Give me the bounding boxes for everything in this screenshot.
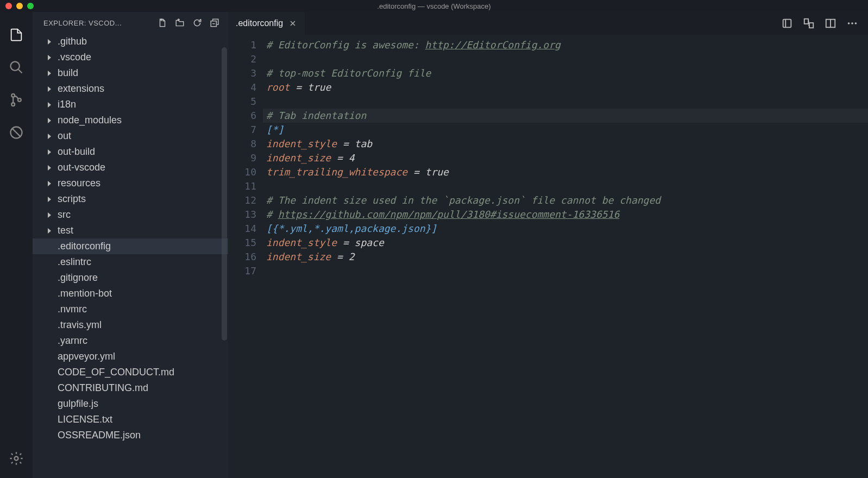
compare-icon[interactable] <box>803 17 815 29</box>
tree-item-label: src <box>58 209 71 221</box>
folder-item--vscode[interactable]: .vscode <box>33 49 228 65</box>
file-item-code-of-conduct-md[interactable]: CODE_OF_CONDUCT.md <box>33 364 228 380</box>
tree-item-label: .nvmrc <box>58 304 87 315</box>
folder-item-out[interactable]: out <box>33 128 228 144</box>
folder-item--github[interactable]: .github <box>33 34 228 49</box>
code-line[interactable]: [{*.yml,*.yaml,package.json}] <box>266 222 868 236</box>
code-line[interactable] <box>266 264 868 278</box>
svg-rect-7 <box>783 20 791 28</box>
code-line[interactable]: # EditorConfig is awesome: http://Editor… <box>266 38 868 52</box>
tree-item-label: .mention-bot <box>58 288 112 299</box>
scrollbar[interactable] <box>222 47 227 341</box>
code-line[interactable]: root = true <box>266 80 868 95</box>
code-editor[interactable]: 1234567891011121314151617 # EditorConfig… <box>228 35 868 478</box>
tree-item-label: .travis.yml <box>58 319 102 331</box>
code-line[interactable]: [*] <box>266 123 868 137</box>
line-number: 11 <box>228 179 256 193</box>
code-line[interactable]: indent_size = 4 <box>266 151 868 165</box>
tree-item-label: .editorconfig <box>58 241 111 252</box>
folder-item-src[interactable]: src <box>33 207 228 223</box>
svg-point-12 <box>851 22 853 24</box>
file-item-gulpfile-js[interactable]: gulpfile.js <box>33 396 228 412</box>
line-number: 5 <box>228 95 256 109</box>
file-item-contributing-md[interactable]: CONTRIBUTING.md <box>33 380 228 396</box>
sidebar-header: EXPLORER: VSCOD... <box>33 12 228 34</box>
activity-bar <box>0 12 33 478</box>
code-content[interactable]: # EditorConfig is awesome: http://Editor… <box>266 38 868 478</box>
new-folder-icon[interactable] <box>175 18 185 28</box>
window-controls <box>0 3 34 9</box>
tree-item-label: OSSREADME.json <box>58 430 141 441</box>
file-item-ossreadme-json[interactable]: OSSREADME.json <box>33 427 228 443</box>
code-line[interactable]: # https://github.com/npm/npm/pull/3180#i… <box>266 207 868 222</box>
file-item--travis-yml[interactable]: .travis.yml <box>33 317 228 333</box>
line-number: 9 <box>228 151 256 165</box>
code-line[interactable]: indent_style = space <box>266 236 868 250</box>
collapse-all-icon[interactable] <box>210 18 219 28</box>
folder-item-node-modules[interactable]: node_modules <box>33 112 228 128</box>
folder-item-resources[interactable]: resources <box>33 175 228 191</box>
file-item--nvmrc[interactable]: .nvmrc <box>33 301 228 317</box>
window-maximize-button[interactable] <box>27 3 34 9</box>
code-line[interactable]: # The indent size used in the `package.j… <box>266 193 868 207</box>
line-number: 7 <box>228 123 256 137</box>
activity-debug[interactable] <box>3 120 29 146</box>
folder-item-out-vscode[interactable]: out-vscode <box>33 160 228 175</box>
tree-item-label: CONTRIBUTING.md <box>58 382 148 394</box>
code-line[interactable] <box>266 95 868 109</box>
sidebar: EXPLORER: VSCOD... .github.vscodebuildex… <box>33 12 228 478</box>
svg-point-0 <box>11 62 20 71</box>
file-tree[interactable]: .github.vscodebuildextensionsi18nnode_mo… <box>33 34 228 478</box>
file-item--gitignore[interactable]: .gitignore <box>33 270 228 286</box>
tree-item-label: .gitignore <box>58 272 98 284</box>
svg-rect-8 <box>804 19 808 24</box>
split-editor-icon[interactable] <box>825 17 836 29</box>
window-minimize-button[interactable] <box>16 3 23 9</box>
code-line[interactable] <box>266 52 868 66</box>
code-line[interactable]: indent_style = tab <box>266 137 868 151</box>
line-number: 12 <box>228 193 256 207</box>
open-changes-icon[interactable] <box>781 17 793 29</box>
tree-item-label: .yarnrc <box>58 335 87 347</box>
line-number: 10 <box>228 165 256 179</box>
line-number: 14 <box>228 222 256 236</box>
folder-item-build[interactable]: build <box>33 65 228 81</box>
code-line[interactable]: indent_size = 2 <box>266 250 868 264</box>
folder-item-out-build[interactable]: out-build <box>33 144 228 160</box>
code-line[interactable]: # top-most EditorConfig file <box>266 66 868 80</box>
file-item-license-txt[interactable]: LICENSE.txt <box>33 412 228 427</box>
svg-point-1 <box>11 94 15 97</box>
code-line[interactable]: # Tab indentation <box>263 109 868 123</box>
file-item--editorconfig[interactable]: .editorconfig <box>33 238 228 254</box>
more-actions-icon[interactable] <box>846 17 858 29</box>
tree-item-label: .eslintrc <box>58 256 91 268</box>
new-file-icon[interactable] <box>158 18 167 28</box>
line-number: 4 <box>228 80 256 95</box>
tree-item-label: extensions <box>58 83 104 95</box>
code-line[interactable]: trim_trailing_whitespace = true <box>266 165 868 179</box>
line-number: 13 <box>228 207 256 222</box>
tree-item-label: resources <box>58 178 100 189</box>
line-number: 16 <box>228 250 256 264</box>
activity-search[interactable] <box>3 54 29 80</box>
folder-item-extensions[interactable]: extensions <box>33 81 228 97</box>
activity-explorer[interactable] <box>3 22 29 48</box>
tab-label: .editorconfig <box>236 18 283 28</box>
file-item-appveyor-yml[interactable]: appveyor.yml <box>33 349 228 364</box>
close-icon[interactable] <box>288 19 297 28</box>
activity-settings[interactable] <box>3 445 29 471</box>
tree-item-label: build <box>58 67 78 79</box>
tab-editorconfig[interactable]: .editorconfig <box>228 12 305 35</box>
code-line[interactable] <box>266 179 868 193</box>
file-item--mention-bot[interactable]: .mention-bot <box>33 286 228 301</box>
refresh-icon[interactable] <box>192 18 202 28</box>
window-title: .editorconfig — vscode (Workspace) <box>377 2 490 10</box>
file-item--yarnrc[interactable]: .yarnrc <box>33 333 228 349</box>
tree-item-label: LICENSE.txt <box>58 414 112 425</box>
folder-item-scripts[interactable]: scripts <box>33 191 228 207</box>
window-close-button[interactable] <box>5 3 12 9</box>
activity-source-control[interactable] <box>3 87 29 113</box>
file-item--eslintrc[interactable]: .eslintrc <box>33 254 228 270</box>
folder-item-test[interactable]: test <box>33 223 228 238</box>
folder-item-i18n[interactable]: i18n <box>33 97 228 112</box>
